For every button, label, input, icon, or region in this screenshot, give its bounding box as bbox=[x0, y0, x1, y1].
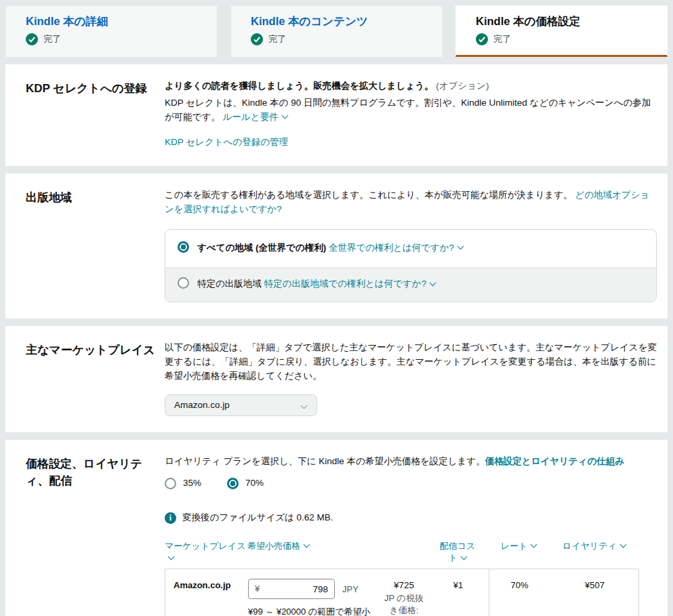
marketplace-select[interactable]: Amazon.co.jp bbox=[165, 394, 317, 416]
territory-options: すべての地域 (全世界での権利) 全世界での権利とは何ですか? 特定の出版地域 … bbox=[165, 229, 657, 303]
tab-title: Kindle 本の詳細 bbox=[26, 15, 210, 28]
row-royalty: ¥507 bbox=[550, 569, 640, 616]
section-heading: 主なマーケットプレイス bbox=[26, 342, 158, 359]
tab-title: Kindle 本のコンテンツ bbox=[251, 15, 435, 28]
chevron-down-icon bbox=[281, 112, 288, 119]
kdp-select-lead: より多くの読者を獲得しましょう。販売機会を拡大しましょう。 bbox=[165, 81, 434, 91]
row-tax-exclusive-price: ¥725 JP の税抜き価格: bbox=[380, 569, 428, 616]
pricing-help-link[interactable]: 価格設定とロイヤリティの仕組み bbox=[485, 456, 624, 466]
row-marketplace: Amazon.co.jp bbox=[165, 569, 248, 616]
tab-status: 完了 bbox=[26, 33, 210, 45]
marketplace-description: 以下の価格設定は、「詳細」タブで選択した主なマーケットプレイスに基づいています。… bbox=[165, 341, 657, 384]
tab-title: Kindle 本の価格設定 bbox=[476, 15, 660, 28]
file-size-info: i 変換後のファイルサイズは 0.62 MB. bbox=[165, 511, 657, 525]
currency-code: JPY bbox=[342, 579, 359, 596]
tab-kindle-pricing[interactable]: Kindle 本の価格設定 完了 bbox=[455, 5, 668, 57]
info-icon: i bbox=[165, 512, 176, 524]
tab-status: 完了 bbox=[251, 33, 435, 45]
pricing-table: マーケットプレイス 希望小売価格 配信コスト レート ロイヤリティ Amazon… bbox=[165, 540, 639, 616]
column-header-delivery-cost[interactable]: 配信コスト bbox=[438, 540, 477, 564]
royalty-option-label: 70% bbox=[245, 476, 264, 491]
pricing-description: ロイヤリティ プランを選択し、下に Kindle 本の希望小売価格を設定します。 bbox=[165, 456, 485, 466]
chevron-down-icon bbox=[461, 554, 468, 560]
chevron-down-icon bbox=[430, 280, 436, 287]
check-circle-icon bbox=[251, 33, 263, 45]
currency-symbol: ¥ bbox=[255, 582, 260, 596]
royalty-option-label: 35% bbox=[183, 476, 201, 491]
tab-status-label: 完了 bbox=[268, 33, 286, 45]
radio-all-territories[interactable] bbox=[178, 241, 189, 253]
section-heading: 価格設定、ロイヤリティ、配信 bbox=[26, 456, 158, 489]
territory-option-label: すべての地域 (全世界での権利) bbox=[197, 243, 326, 253]
tab-status: 完了 bbox=[476, 33, 660, 45]
section-territories: 出版地域 この本を販売する権利がある地域を選択します。これにより、本が販売可能な… bbox=[5, 173, 668, 319]
marketplace-selected-value: Amazon.co.jp bbox=[174, 398, 230, 413]
radio-individual-territories[interactable] bbox=[178, 277, 189, 289]
tab-status-label: 完了 bbox=[43, 33, 61, 45]
column-header-rate[interactable]: レート bbox=[501, 541, 537, 551]
tax-exclusive-amount: ¥725 bbox=[380, 579, 428, 592]
radio-royalty-35[interactable] bbox=[165, 478, 176, 489]
territory-option-all[interactable]: すべての地域 (全世界での権利) 全世界での権利とは何ですか? bbox=[165, 230, 656, 268]
column-header-royalty[interactable]: ロイヤリティ bbox=[563, 541, 626, 551]
check-circle-icon bbox=[476, 33, 488, 45]
individual-rights-help-link[interactable]: 特定の出版地域での権利とは何ですか? bbox=[264, 279, 436, 289]
pricing-table-row: Amazon.co.jp ¥ JPY ¥99 ～ ¥20000 の範囲で希望小売… bbox=[165, 569, 639, 616]
territory-option-individual[interactable]: 特定の出版地域 特定の出版地域での権利とは何ですか? bbox=[165, 268, 656, 302]
chevron-down-icon bbox=[619, 541, 626, 548]
tab-status-label: 完了 bbox=[493, 33, 511, 45]
section-primary-marketplace: 主なマーケットプレイス 以下の価格設定は、「詳細」タブで選択した主なマーケットプ… bbox=[5, 326, 668, 432]
rules-requirements-link[interactable]: ルールと要件 bbox=[223, 112, 287, 122]
chevron-down-icon bbox=[304, 541, 310, 548]
list-price-input[interactable] bbox=[260, 584, 328, 594]
section-heading: KDP セレクトへの登録 bbox=[26, 81, 158, 98]
tax-exclusive-label: JP の税抜き価格: bbox=[380, 592, 428, 616]
royalty-plan-options: 35% 70% bbox=[165, 476, 657, 491]
file-size-note: 変換後のファイルサイズは 0.62 MB. bbox=[182, 511, 333, 525]
territory-option-label: 特定の出版地域 bbox=[197, 279, 262, 289]
chevron-down-icon bbox=[457, 243, 464, 250]
check-circle-icon bbox=[26, 33, 38, 45]
chevron-down-icon bbox=[531, 541, 537, 548]
territories-description: この本を販売する権利がある地域を選択します。これにより、本が販売可能な場所が決ま… bbox=[165, 190, 573, 200]
chevron-down-icon bbox=[168, 554, 175, 560]
wizard-tabs: Kindle 本の詳細 完了 Kindle 本のコンテンツ 完了 Kindle … bbox=[0, 0, 673, 57]
kdp-select-optional: (オプション) bbox=[436, 81, 489, 91]
manage-kdp-select-link[interactable]: KDP セレクトへの登録の管理 bbox=[165, 137, 288, 147]
row-list-price-cell: ¥ JPY ¥99 ～ ¥20000 の範囲で希望小売価格を設定します。 この価… bbox=[248, 569, 380, 616]
column-header-marketplace[interactable]: マーケットプレイス bbox=[165, 541, 245, 563]
section-pricing-royalty: 価格設定、ロイヤリティ、配信 ロイヤリティ プランを選択し、下に Kindle … bbox=[5, 440, 668, 616]
tab-kindle-content[interactable]: Kindle 本のコンテンツ 完了 bbox=[230, 5, 443, 57]
section-kdp-select: KDP セレクトへの登録 より多くの読者を獲得しましょう。販売機会を拡大しましょ… bbox=[5, 64, 668, 166]
row-rate: 70% bbox=[489, 569, 550, 616]
column-header-list-price[interactable]: 希望小売価格 bbox=[247, 541, 309, 551]
section-heading: 出版地域 bbox=[26, 190, 158, 207]
tab-kindle-details[interactable]: Kindle 本の詳細 完了 bbox=[5, 5, 218, 57]
worldwide-rights-help-link[interactable]: 全世界での権利とは何ですか? bbox=[329, 243, 463, 253]
price-range-help: ¥99 ～ ¥20000 の範囲で希望小売価格を設定します。 bbox=[248, 607, 371, 616]
list-price-field[interactable]: ¥ bbox=[248, 579, 335, 599]
chevron-down-icon bbox=[301, 402, 308, 409]
radio-royalty-70[interactable] bbox=[227, 478, 239, 489]
pricing-table-header: マーケットプレイス 希望小売価格 配信コスト レート ロイヤリティ bbox=[165, 540, 639, 569]
row-delivery-cost: ¥1 bbox=[428, 569, 489, 616]
